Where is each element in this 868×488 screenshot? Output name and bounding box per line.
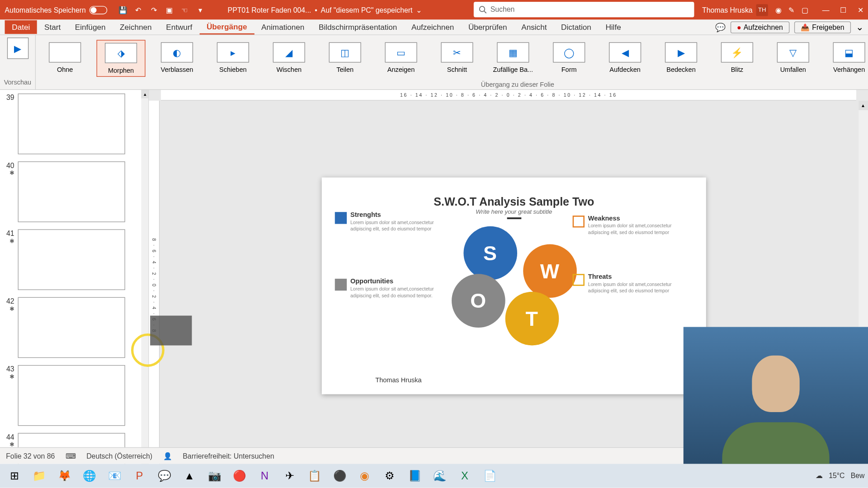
save-icon[interactable]: 💾 bbox=[118, 5, 127, 14]
firefox-icon[interactable]: 🦊 bbox=[54, 466, 75, 485]
transition-blitz[interactable]: ⚡Blitz bbox=[712, 40, 761, 77]
thumbnail-43[interactable]: 43✱ bbox=[0, 361, 148, 429]
transition-aufdecken[interactable]: ◀Aufdecken bbox=[601, 40, 650, 77]
scroll-up-icon[interactable]: ▴ bbox=[141, 90, 148, 98]
autosave-toggle[interactable]: Automatisches Speichern bbox=[5, 6, 108, 14]
powerpoint-icon[interactable]: P bbox=[129, 466, 150, 485]
slide[interactable]: S.W.O.T Analysis Sample Two Write here y… bbox=[322, 178, 706, 394]
tab-bildschirmpräsentation[interactable]: Bildschirmpräsentation bbox=[311, 20, 404, 34]
explorer-icon[interactable]: 📁 bbox=[28, 466, 50, 485]
transition-ohne[interactable]: Ohne bbox=[41, 40, 90, 77]
tab-ansicht[interactable]: Ansicht bbox=[514, 20, 554, 34]
thumbnail-41[interactable]: 41✱ bbox=[0, 226, 148, 294]
tab-einfügen[interactable]: Einfügen bbox=[68, 20, 113, 34]
text-threats[interactable]: ThreatsLorem ipsum dolor sit amet,consec… bbox=[588, 273, 678, 295]
weather-text[interactable]: Bew bbox=[851, 472, 865, 480]
transition-teilen[interactable]: ◫Teilen bbox=[321, 40, 369, 77]
circle-t[interactable]: T bbox=[505, 292, 559, 346]
undo-icon[interactable]: ↶ bbox=[133, 5, 143, 14]
app-icon[interactable]: 📷 bbox=[204, 466, 225, 485]
text-weakness[interactable]: WeaknessLorem ipsum dolor sit amet,conse… bbox=[588, 214, 678, 236]
minimize-icon[interactable]: — bbox=[822, 6, 830, 14]
thumbnail-40[interactable]: 40✱ bbox=[0, 158, 148, 225]
draw-icon[interactable]: ✎ bbox=[788, 6, 794, 14]
temperature[interactable]: 15°C bbox=[829, 472, 844, 480]
excel-icon[interactable]: X bbox=[454, 466, 475, 485]
obs-icon[interactable]: ⚫ bbox=[329, 466, 350, 485]
text-strengths[interactable]: StrenghtsLorem ipsum dolor sit amet,cons… bbox=[350, 211, 440, 233]
ribbon-display-icon[interactable]: ▢ bbox=[802, 6, 808, 14]
language-status[interactable]: Deutsch (Österreich) bbox=[86, 452, 152, 460]
chevron-down-icon[interactable]: ⌄ bbox=[416, 6, 422, 14]
tab-aufzeichnen[interactable]: Aufzeichnen bbox=[404, 20, 461, 34]
accessibility-status[interactable]: Barrierefreiheit: Untersuchen bbox=[183, 452, 274, 460]
tab-hilfe[interactable]: Hilfe bbox=[599, 20, 628, 34]
tab-entwurf[interactable]: Entwurf bbox=[159, 20, 199, 34]
app-icon[interactable]: 💬 bbox=[154, 466, 175, 485]
transition-umfallen[interactable]: ▽Umfallen bbox=[769, 40, 817, 77]
app-icon[interactable]: 📋 bbox=[304, 466, 325, 485]
touch-icon[interactable]: ☜ bbox=[180, 5, 189, 14]
chevron-down-icon[interactable]: ⌄ bbox=[856, 21, 863, 33]
record-button[interactable]: ●Aufzeichnen bbox=[730, 21, 789, 33]
comments-icon[interactable]: 💬 bbox=[715, 22, 725, 32]
thumbnail-42[interactable]: 42✱ bbox=[0, 294, 148, 361]
thumbnail-image[interactable] bbox=[18, 94, 125, 154]
share-button[interactable]: 📤Freigeben bbox=[794, 21, 851, 33]
start-icon[interactable]: ⊞ bbox=[4, 466, 25, 485]
circle-w[interactable]: W bbox=[523, 244, 577, 298]
sync-icon[interactable]: ◉ bbox=[775, 6, 781, 14]
swot-diagram[interactable]: S W O T bbox=[445, 226, 582, 346]
telegram-icon[interactable]: ✈ bbox=[279, 466, 300, 485]
preview-icon[interactable]: ▶ bbox=[7, 38, 28, 59]
close-icon[interactable]: ✕ bbox=[858, 6, 863, 14]
transition-verblassen[interactable]: ◐Verblassen bbox=[152, 40, 201, 77]
slide-counter[interactable]: Folie 32 von 86 bbox=[6, 452, 55, 460]
author-name[interactable]: Thomas Hruska bbox=[375, 376, 421, 384]
app-icon[interactable]: 📄 bbox=[479, 466, 500, 485]
circle-s[interactable]: S bbox=[463, 226, 517, 280]
outlook-icon[interactable]: 📧 bbox=[104, 466, 125, 485]
vlc-icon[interactable]: ▲ bbox=[179, 466, 200, 485]
thumbnail-image[interactable] bbox=[18, 297, 125, 358]
user-account[interactable]: Thomas Hruska TH bbox=[702, 4, 768, 16]
qat-more-icon[interactable]: ▾ bbox=[195, 5, 205, 14]
tab-start[interactable]: Start bbox=[37, 20, 68, 34]
transition-zufällige ba...[interactable]: ▦Zufällige Ba... bbox=[489, 40, 538, 77]
tab-übergänge[interactable]: Übergänge bbox=[199, 19, 254, 34]
edge-icon[interactable]: 🌊 bbox=[429, 466, 450, 485]
transition-schieben[interactable]: ▸Schieben bbox=[208, 40, 257, 77]
tab-dictation[interactable]: Dictation bbox=[554, 20, 598, 34]
app-icon[interactable]: 🔴 bbox=[229, 466, 250, 485]
thumbnail-39[interactable]: 39 bbox=[0, 90, 148, 158]
tab-file[interactable]: Datei bbox=[5, 20, 38, 34]
text-opportunities[interactable]: OpportunitiesLorem ipsum dolor sit amet,… bbox=[350, 277, 440, 299]
slide-title[interactable]: S.W.O.T Analysis Sample Two bbox=[345, 195, 682, 208]
app-icon[interactable]: ⚙ bbox=[379, 466, 400, 485]
thumbnail-image[interactable] bbox=[18, 161, 125, 222]
saved-status[interactable]: Auf "diesem PC" gespeichert bbox=[321, 6, 413, 14]
app-icon[interactable]: 📘 bbox=[404, 466, 425, 485]
app-icon[interactable]: ◉ bbox=[354, 466, 375, 485]
transition-bedecken[interactable]: ▶Bedecken bbox=[656, 40, 705, 77]
transition-schnitt[interactable]: ✂Schnitt bbox=[433, 40, 481, 77]
redo-icon[interactable]: ↷ bbox=[149, 5, 159, 14]
tab-überprüfen[interactable]: Überprüfen bbox=[461, 20, 514, 34]
file-name[interactable]: PPT01 Roter Faden 004... bbox=[228, 6, 311, 14]
tab-zeichnen[interactable]: Zeichnen bbox=[113, 20, 159, 34]
transition-verhängen[interactable]: ⬓Verhängen bbox=[825, 40, 868, 77]
maximize-icon[interactable]: ☐ bbox=[840, 6, 846, 14]
thumbnail-image[interactable] bbox=[18, 365, 125, 426]
weather-icon[interactable]: ☁ bbox=[816, 472, 823, 480]
thumbnail-image[interactable] bbox=[18, 229, 125, 290]
transition-wischen[interactable]: ◢Wischen bbox=[264, 40, 313, 77]
onenote-icon[interactable]: N bbox=[254, 466, 275, 485]
slide-thumbnails-panel[interactable]: 3940✱41✱42✱43✱44✱45✱ ▴ ▾ bbox=[0, 90, 149, 471]
toggle-switch[interactable] bbox=[90, 6, 108, 14]
scroll-up-icon[interactable]: ▴ bbox=[859, 101, 868, 110]
tab-animationen[interactable]: Animationen bbox=[254, 20, 311, 34]
chrome-icon[interactable]: 🌐 bbox=[79, 466, 100, 485]
transition-anzeigen[interactable]: ▭Anzeigen bbox=[377, 40, 425, 77]
transition-form[interactable]: ◯Form bbox=[545, 40, 594, 77]
thumbnail-scrollbar[interactable]: ▴ ▾ bbox=[141, 90, 148, 471]
